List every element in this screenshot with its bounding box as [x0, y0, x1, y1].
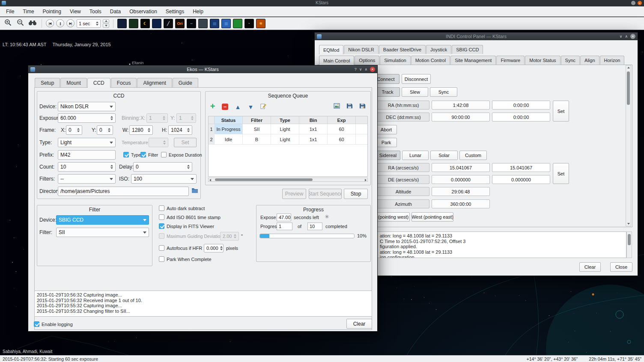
solar-button[interactable]: Solar — [430, 151, 458, 160]
tab-horizon[interactable]: Horizon — [600, 56, 625, 65]
preview-image-button[interactable] — [333, 103, 340, 110]
indi-log-scrollbar[interactable] — [626, 231, 632, 258]
move-job-down-button[interactable]: ▼ — [247, 103, 254, 110]
ekos-clear-button[interactable]: Clear — [346, 319, 372, 329]
remove-job-button[interactable]: − — [222, 104, 228, 110]
filter-cell[interactable]: B — [243, 134, 271, 145]
tab-firmware[interactable]: Firmware — [496, 56, 525, 65]
help-icon[interactable]: ? — [355, 67, 357, 71]
tab-mount[interactable]: Mount — [60, 78, 86, 87]
move-job-up-button[interactable]: ▲ — [234, 103, 242, 110]
tab-sync[interactable]: Sync — [561, 56, 580, 65]
filter-device-select[interactable]: SBIG CCD — [56, 215, 149, 225]
prefix-input[interactable]: M42 — [58, 150, 116, 160]
abort-button[interactable]: Abort — [376, 125, 397, 134]
directory-input[interactable]: /home/jasem/Pictures — [58, 187, 189, 196]
type-cell[interactable]: Light — [271, 124, 299, 134]
auto-dark-checkbox[interactable] — [159, 205, 164, 211]
shade-icon[interactable]: ∨ — [359, 67, 362, 71]
custom-button[interactable]: Custom — [459, 151, 487, 160]
menu-time[interactable]: Time — [18, 7, 38, 16]
iso-select[interactable]: 100 — [131, 174, 197, 184]
slew-button[interactable]: Slew — [402, 87, 428, 97]
coords-set-button[interactable]: Set — [553, 101, 569, 122]
park-button[interactable]: Park — [376, 138, 397, 147]
expose-duration-checkbox[interactable] — [161, 152, 167, 157]
sky-thumbnail-7[interactable]: ∙∙ — [187, 19, 196, 28]
menu-file[interactable]: File — [2, 7, 18, 16]
frame-y-spin[interactable]: 0 — [97, 125, 113, 135]
close-icon[interactable]: × — [370, 67, 375, 72]
time-step-combo[interactable]: 1 sec — [77, 19, 101, 28]
expose-duration-checkbox-row[interactable]: Expose Duration — [161, 152, 202, 157]
exposure-spin[interactable]: 60.000 — [58, 113, 116, 123]
sky-thumbnail-4[interactable] — [152, 19, 161, 28]
autofocus-hfr-spin[interactable]: 0.000 — [204, 244, 224, 252]
sky-thumbnail-6[interactable]: Ori — [175, 19, 185, 28]
spinner-arrows[interactable] — [75, 128, 80, 132]
auto-dark-checkbox-row[interactable]: Auto dark subtract — [159, 205, 205, 211]
indi-vertical-scrollbar[interactable] — [626, 65, 631, 226]
scroll-right-icon[interactable] — [365, 179, 367, 181]
ra-current-field[interactable]: 1:42:08 — [432, 101, 490, 110]
exp-header[interactable]: Exp — [328, 116, 356, 124]
queue-horizontal-scrollbar[interactable] — [208, 178, 368, 182]
step-down-icon[interactable] — [103, 24, 109, 28]
exp-cell[interactable]: 60 — [328, 124, 356, 134]
add-job-button[interactable]: + — [209, 103, 216, 110]
bin-header[interactable]: Bin — [299, 116, 328, 124]
step-up-icon[interactable] — [103, 19, 109, 24]
prefix-filter-checkbox[interactable] — [140, 152, 146, 157]
main-titlebar[interactable]: KStars × — [0, 0, 644, 6]
menu-tools[interactable]: Tools — [85, 7, 106, 16]
sky-thumbnail-5[interactable]: ╱ — [164, 19, 173, 28]
fits-viewer-checkbox-row[interactable]: Display in FITS Viewer — [159, 223, 214, 229]
menu-help[interactable]: Help — [188, 7, 208, 16]
sky-thumbnail-12[interactable]: · — [244, 19, 254, 28]
prefix-type-checkbox[interactable] — [123, 152, 129, 157]
zoom-in-button[interactable] — [3, 18, 13, 29]
menu-view[interactable]: View — [66, 7, 85, 16]
sync-button[interactable]: Sync — [430, 87, 457, 97]
spinner-arrows[interactable] — [185, 128, 190, 132]
ekos-titlebar[interactable]: Ekos — KStars ? ∨ ∧ × — [28, 65, 377, 73]
filter-select[interactable]: SII — [56, 228, 149, 237]
tab-guide[interactable]: Guide — [173, 78, 198, 87]
tab-ccd[interactable]: CCD — [87, 78, 110, 88]
ra-input-field[interactable]: 0:00:00 — [492, 101, 550, 110]
de-rate-current-field[interactable]: 0.000000 — [432, 175, 490, 184]
stop-button[interactable]: Stop — [344, 189, 368, 199]
frame-w-spin[interactable]: 1280 — [129, 125, 153, 135]
indi-close-button[interactable]: Close — [610, 262, 632, 272]
table-row[interactable]: 2 Idle B Light 1x1 60 — [209, 134, 367, 145]
restore-icon[interactable]: ∧ — [364, 67, 367, 71]
frame-h-spin[interactable]: 1024 — [168, 125, 192, 135]
sky-thumbnail-9[interactable]: ▦ — [210, 19, 219, 28]
spinner-arrows[interactable] — [109, 116, 113, 120]
tab-eqmod[interactable]: EQMod — [319, 45, 343, 54]
tab-joystick[interactable]: Joystick — [426, 45, 451, 54]
iso-timestamp-checkbox-row[interactable]: Add ISO 8601 time stamp — [159, 214, 221, 220]
filter-header[interactable]: Filter — [243, 116, 271, 124]
time-pause-button[interactable]: || — [56, 19, 64, 27]
count-spin[interactable]: 10 — [58, 162, 116, 172]
west-pointing-east-button[interactable]: West (pointing east) — [411, 212, 453, 222]
menu-observation[interactable]: Observation — [125, 7, 161, 16]
park-checkbox-row[interactable]: Park When Complete — [159, 256, 212, 262]
scrollbar-thumb[interactable] — [628, 234, 631, 245]
tab-main-control[interactable]: Main Control — [319, 56, 354, 65]
exp-cell[interactable]: 60 — [328, 134, 356, 145]
filters-select[interactable]: -- — [58, 174, 116, 184]
autofocus-checkbox[interactable] — [159, 245, 164, 251]
frame-type-select[interactable]: Light — [58, 138, 116, 147]
sky-thumbnail-2[interactable] — [129, 19, 138, 28]
minimize-icon[interactable] — [631, 1, 635, 5]
prefix-filter-checkbox-row[interactable]: Filter — [140, 152, 158, 157]
lunar-button[interactable]: Lunar — [402, 151, 429, 160]
tab-focus[interactable]: Focus — [111, 78, 137, 87]
prefix-type-checkbox-row[interactable]: Type — [123, 152, 141, 157]
sky-thumbnail-8[interactable] — [198, 19, 208, 28]
max-guiding-checkbox-row[interactable]: Maximum Guiding Deviation — [159, 233, 223, 239]
delay-spin[interactable]: 0 — [133, 162, 192, 172]
row-number-header[interactable] — [209, 116, 215, 124]
